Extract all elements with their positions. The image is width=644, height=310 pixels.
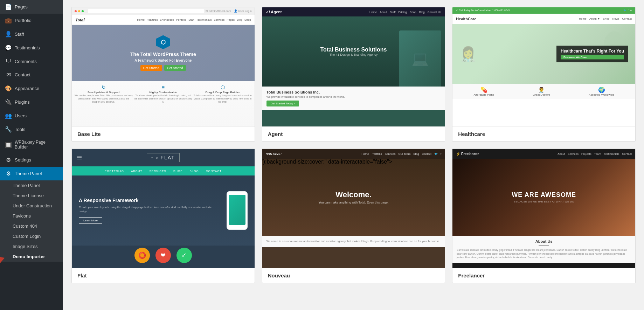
submenu-image-sizes[interactable]: Image Sizes xyxy=(0,241,63,252)
dot-yellow xyxy=(78,10,80,12)
submenu-favicons[interactable]: Favicons xyxy=(0,211,63,221)
url-bar xyxy=(88,9,204,13)
sidebar-item-tools[interactable]: 🔧 Tools xyxy=(0,123,63,136)
demo-card-freelancer[interactable]: ⚡ Freelancer AboutServicesProjectsTeamTe… xyxy=(452,149,636,283)
demo-preview-flat: ≡ × FLAT PORTFOLIO ABOUT SERVICES SHOP B… xyxy=(72,149,255,268)
agent-info: Total Business Solutions Inc. We provide… xyxy=(262,87,445,110)
hc-nav: HealthCare HomeAbout ▼ShopNewsContact xyxy=(452,14,635,24)
agent-hero: Total Business Solutions The #1 Design &… xyxy=(262,16,445,87)
base-lite-hero-overlay: ⬡ The Total WordPress Theme A Framework … xyxy=(72,25,255,81)
sidebar-item-appearance[interactable]: 🎨 Appearance xyxy=(0,82,63,95)
demo-card-nouveau[interactable]: nou·veau HomePortfolioServicesOur TeamBl… xyxy=(262,149,445,283)
flat-nav-top: ≡ × FLAT xyxy=(72,149,255,166)
wpbakery-icon: 🔲 xyxy=(5,142,12,148)
freelancer-about: About Us Carrot cake cupcake tart cotton… xyxy=(452,236,635,263)
users-icon: 👥 xyxy=(5,112,12,119)
hc-top-bar: ✓ Call Today For A Consultation: 1-800-4… xyxy=(452,7,635,14)
flat-learn-more-btn[interactable]: Learn More xyxy=(79,217,102,224)
submenu-custom-404[interactable]: Custom 404 xyxy=(0,221,63,231)
demo-card-agent[interactable]: ✓/ Agent HomeAboutStaffPricingShopBlogCo… xyxy=(262,7,445,142)
demo-grid: ✉ admin@local.com 👤 User Login Total Hom… xyxy=(71,7,636,283)
freelancer-nav: ⚡ Freelancer AboutServicesProjectsTeamTe… xyxy=(452,149,635,159)
flat-logo: ≡ × FLAT xyxy=(147,153,180,162)
theme-panel-submenu: Theme Panel Theme License Under Construc… xyxy=(0,180,63,262)
agent-image-laptop: 💻 xyxy=(399,30,441,87)
sidebar-item-testimonials[interactable]: 💬 Testimonials xyxy=(0,41,63,55)
demo-card-flat[interactable]: ≡ × FLAT PORTFOLIO ABOUT SERVICES SHOP B… xyxy=(71,149,255,283)
hc-hero: 👩‍⚕️ Healthcare That's Right For You Bec… xyxy=(452,24,635,84)
sidebar-item-comments[interactable]: 🗨 Comments xyxy=(0,55,63,68)
flat-phone-mockup xyxy=(227,191,248,230)
settings-icon: ⚙ xyxy=(5,157,12,163)
flat-hamburger-icon xyxy=(77,156,82,159)
feature-customizable: ≡ Highly Customizable Total was develope… xyxy=(134,84,192,103)
contact-icon: ✉ xyxy=(5,71,12,78)
comments-icon: 🗨 xyxy=(5,58,12,64)
demo-card-base-lite[interactable]: ✉ admin@local.com 👤 User Login Total Hom… xyxy=(71,7,255,142)
demo-preview-base-lite: ✉ admin@local.com 👤 User Login Total Hom… xyxy=(72,7,255,126)
demo-preview-agent: ✓/ Agent HomeAboutStaffPricingShopBlogCo… xyxy=(262,7,445,126)
base-lite-features: ↻ Free Updates & Support We render peopl… xyxy=(72,81,255,107)
sidebar-item-pages[interactable]: 📄 Pages xyxy=(0,0,63,14)
base-lite-preview-content: Total HomeFeaturesShortcodesPortfolioSta… xyxy=(72,15,255,107)
flat-menu-bar: PORTFOLIO ABOUT SERVICES SHOP BLOG CONTA… xyxy=(72,166,255,175)
submenu-under-construction[interactable]: Under Construction xyxy=(0,201,63,211)
demo-label-healthcare: Healthcare xyxy=(452,126,635,141)
portfolio-icon: 💼 xyxy=(5,17,12,24)
base-lite-hero: ⬡ The Total WordPress Theme A Framework … xyxy=(72,25,255,81)
main-content: ✉ admin@local.com 👤 User Login Total Hom… xyxy=(63,0,644,310)
hc-features: 💊 Affordable Plans 👨‍⚕️ Great Doctors 🌍 … xyxy=(452,84,635,99)
demo-label-agent: Agent xyxy=(262,126,445,141)
pages-icon: 📄 xyxy=(5,4,12,10)
sidebar-item-settings[interactable]: ⚙ Settings xyxy=(0,153,63,167)
feature-updates: ↻ Free Updates & Support We render peopl… xyxy=(75,84,133,103)
tools-icon: 🔧 xyxy=(5,126,12,133)
demo-preview-freelancer: ⚡ Freelancer AboutServicesProjectsTeamTe… xyxy=(452,149,635,268)
sidebar-item-users[interactable]: 👥 Users xyxy=(0,109,63,123)
submenu-theme-panel[interactable]: Theme Panel xyxy=(0,180,63,191)
sidebar-item-portfolio[interactable]: 💼 Portfolio xyxy=(0,14,63,27)
agent-nav: ✓/ Agent HomeAboutStaffPricingShopBlogCo… xyxy=(262,7,445,16)
submenu-theme-license[interactable]: Theme License xyxy=(0,191,63,201)
submenu-custom-login[interactable]: Custom Login xyxy=(0,231,63,241)
freelancer-hero: WE ARE AWESOME BECAUSE WE'RE THE BEST AT… xyxy=(452,159,635,236)
nouv-hero: ');background-size:cover;" data-interact… xyxy=(262,159,445,236)
sidebar-item-wpbakery[interactable]: 🔲 WPBakery Page Builder xyxy=(0,136,63,153)
demo-preview-healthcare: ✓ Call Today For A Consultation: 1-800-4… xyxy=(452,7,635,126)
flat-hero: A Responsive Framework Create your own l… xyxy=(72,175,255,246)
flat-phone-screen xyxy=(229,195,245,225)
flat-hero-text: A Responsive Framework Create your own l… xyxy=(79,198,220,224)
dot-red xyxy=(75,10,77,12)
theme-panel-icon: ⚙ xyxy=(5,170,12,177)
base-lite-btn-2[interactable]: Get Started xyxy=(164,65,186,71)
dot-green xyxy=(82,10,84,12)
nouv-nav: nou·veau HomePortfolioServicesOur TeamBl… xyxy=(262,149,445,159)
base-lite-btn-1[interactable]: Get Started xyxy=(140,65,162,71)
sidebar-item-theme-panel[interactable]: ⚙ Theme Panel xyxy=(0,167,63,180)
base-lite-nav: Total HomeFeaturesShortcodesPortfolioSta… xyxy=(72,15,255,25)
demo-label-base-lite: Base Lite xyxy=(72,126,255,141)
hex-icon: ⬡ xyxy=(156,35,170,49)
flat-bottom-icons: ⭕ ❤ ✓ xyxy=(72,246,255,267)
agent-cta-btn[interactable]: Get Started Today › xyxy=(266,101,299,106)
browser-bar: ✉ admin@local.com 👤 User Login xyxy=(72,7,255,15)
demo-importer-arrow xyxy=(0,255,6,263)
demo-label-nouveau: Nouveau xyxy=(262,268,445,283)
hc-hero-text: Healthcare That's Right For You Because … xyxy=(556,46,628,62)
demo-label-freelancer: Freelancer xyxy=(452,268,635,283)
demo-card-healthcare[interactable]: ✓ Call Today For A Consultation: 1-800-4… xyxy=(452,7,636,142)
sidebar-item-contact[interactable]: ✉ Contact xyxy=(0,68,63,82)
demo-label-flat: Flat xyxy=(72,268,255,283)
hc-hero-sub: Because We Care xyxy=(561,55,624,60)
about-divider xyxy=(539,246,549,246)
feature-dragdrop: ⬡ Drag & Drop Page Builder Total comes w… xyxy=(194,84,252,103)
sidebar-item-plugins[interactable]: 🔌 Plugins xyxy=(0,95,63,109)
demo-preview-nouveau: nou·veau HomePortfolioServicesOur TeamBl… xyxy=(262,149,445,268)
plugins-icon: 🔌 xyxy=(5,99,12,105)
testimonials-icon: 💬 xyxy=(5,44,12,51)
sidebar-item-staff[interactable]: 👤 Staff xyxy=(0,27,63,41)
appearance-icon: 🎨 xyxy=(5,85,12,92)
staff-icon: 👤 xyxy=(5,31,12,37)
submenu-demo-importer[interactable]: Demo Importer xyxy=(0,252,63,262)
nouv-info: Welcome to nou·veau we are an innovative… xyxy=(262,236,445,247)
